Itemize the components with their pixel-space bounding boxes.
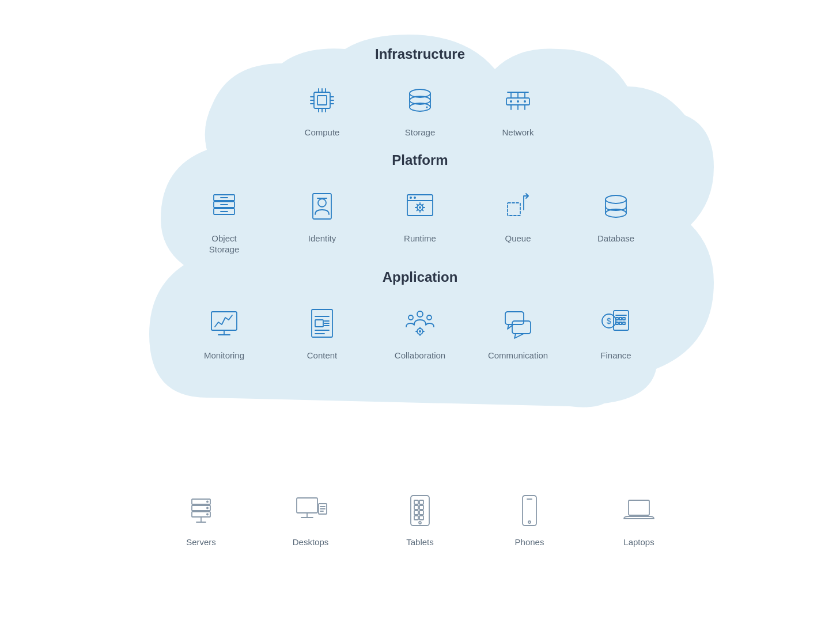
svg-point-73 [408,315,413,320]
content-label: Content [307,350,338,361]
queue-label: Queue [505,233,531,244]
svg-rect-82 [512,321,531,334]
object-storage-icon [203,186,245,227]
svg-point-47 [419,206,421,209]
compute-label: Compute [305,127,340,138]
svg-point-76 [419,330,421,333]
svg-point-40 [318,199,326,207]
svg-rect-115 [419,511,423,515]
object-storage-item: ObjectStorage [192,186,256,255]
queue-item: Queue [486,186,550,255]
phones-device-icon [509,490,550,531]
devices-row: Servers Desktops [0,490,840,547]
identity-item: Identity [290,186,354,255]
monitoring-icon [203,303,245,344]
svg-rect-90 [623,322,625,324]
svg-point-96 [206,501,209,503]
phones-label: Phones [515,537,544,547]
laptops-device-icon [618,490,660,531]
runtime-icon [399,186,441,227]
svg-rect-112 [414,505,418,509]
storage-label: Storage [405,127,436,138]
svg-rect-113 [419,505,423,509]
platform-row: ObjectStorage Identity [192,186,648,255]
network-icon [497,80,539,121]
runtime-label: Runtime [404,233,436,244]
servers-label: Servers [186,537,216,547]
collaboration-item: Collaboration [388,303,452,361]
application-title: Application [383,269,458,285]
svg-rect-39 [313,194,331,219]
svg-point-44 [410,197,412,199]
collaboration-icon [399,303,441,344]
laptops-item: Laptops [607,490,671,547]
desktops-label: Desktops [293,537,329,547]
storage-item: Storage [388,80,452,138]
finance-item: $ Finance [584,303,648,361]
svg-rect-56 [508,203,520,216]
application-row: Monitoring Con [192,303,648,361]
svg-point-32 [524,100,526,103]
svg-text:$: $ [607,316,611,326]
communication-item: Communication [486,303,550,361]
infrastructure-row: Compute Storag [290,80,550,138]
svg-rect-117 [419,516,423,520]
svg-rect-101 [297,498,317,513]
object-storage-label: ObjectStorage [209,233,240,255]
svg-point-30 [510,100,512,103]
platform-title: Platform [392,152,448,168]
database-label: Database [597,233,634,244]
tablets-device-icon [399,490,441,531]
svg-point-72 [417,311,423,317]
svg-rect-0 [314,92,330,108]
queue-icon [497,186,539,227]
svg-line-54 [422,204,423,205]
svg-point-118 [419,522,421,524]
database-icon [595,186,637,227]
svg-point-120 [528,521,531,523]
svg-rect-114 [414,511,418,515]
phones-item: Phones [498,490,561,547]
content-icon [301,303,343,344]
svg-rect-66 [315,320,323,327]
monitoring-label: Monitoring [204,350,244,361]
svg-rect-86 [619,318,622,320]
identity-label: Identity [308,233,336,244]
svg-rect-122 [629,500,649,515]
identity-icon [301,186,343,227]
svg-point-45 [414,197,416,199]
desktops-device-icon [290,490,331,531]
runtime-item: Runtime [388,186,452,255]
cloud-content: Infrastructure [103,23,737,372]
communication-icon [497,303,539,344]
svg-rect-109 [414,500,418,504]
svg-rect-89 [619,322,622,324]
svg-point-21 [426,107,428,108]
finance-icon: $ [595,303,637,344]
svg-rect-1 [317,96,327,105]
tablets-item: Tablets [388,490,452,547]
svg-point-74 [427,315,432,320]
svg-point-98 [206,513,209,516]
compute-item: Compute [290,80,354,138]
collaboration-label: Collaboration [395,350,445,361]
content-item: Content [290,303,354,361]
compute-icon [301,80,343,121]
svg-line-52 [417,204,418,205]
svg-point-57 [606,195,626,203]
monitoring-item: Monitoring [192,303,256,361]
cloud-diagram: Infrastructure [103,23,737,473]
network-label: Network [502,127,533,138]
laptops-label: Laptops [623,537,654,547]
servers-device-icon [180,490,222,531]
desktops-item: Desktops [279,490,342,547]
servers-item: Servers [169,490,233,547]
svg-rect-116 [414,516,418,520]
finance-label: Finance [600,350,631,361]
svg-point-97 [206,507,209,509]
database-item: Database [584,186,648,255]
svg-line-55 [417,209,418,210]
network-item: Network [486,80,550,138]
svg-rect-110 [419,500,423,504]
tablets-label: Tablets [406,537,434,547]
